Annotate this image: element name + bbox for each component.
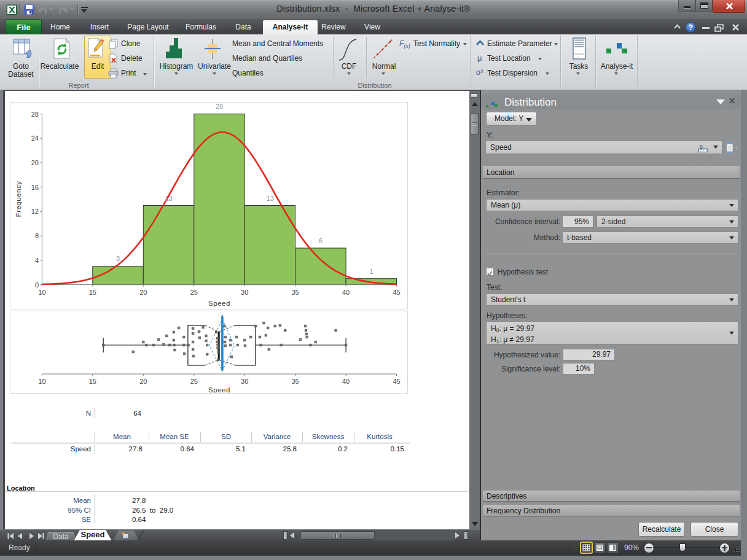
svg-text:15: 15 xyxy=(89,378,96,385)
svg-text:20: 20 xyxy=(139,289,147,296)
svg-text:Speed: Speed xyxy=(208,300,230,307)
svg-text:40: 40 xyxy=(342,378,350,385)
svg-text:15: 15 xyxy=(89,289,96,296)
svg-text:12: 12 xyxy=(31,208,39,215)
svg-text:Frequency: Frequency xyxy=(15,181,22,217)
svg-text:35: 35 xyxy=(291,378,299,385)
svg-text:3: 3 xyxy=(116,255,120,262)
svg-text:13: 13 xyxy=(165,195,172,202)
svg-text:4: 4 xyxy=(35,257,39,264)
svg-text:8: 8 xyxy=(35,232,39,239)
svg-text:10: 10 xyxy=(38,289,45,296)
svg-text:35: 35 xyxy=(291,289,299,296)
svg-text:20: 20 xyxy=(139,378,147,385)
svg-text:24: 24 xyxy=(31,134,39,142)
svg-text:28: 28 xyxy=(216,103,223,110)
svg-text:45: 45 xyxy=(393,378,400,385)
svg-text:30: 30 xyxy=(241,289,248,296)
svg-text:1: 1 xyxy=(370,268,374,275)
svg-text:Speed: Speed xyxy=(208,386,230,393)
svg-text:28: 28 xyxy=(31,111,39,118)
svg-text:40: 40 xyxy=(342,289,350,296)
svg-text:20: 20 xyxy=(31,159,39,166)
svg-text:30: 30 xyxy=(241,378,248,385)
svg-text:13: 13 xyxy=(267,195,274,202)
svg-text:10: 10 xyxy=(38,378,45,385)
svg-text:45: 45 xyxy=(393,289,400,296)
svg-text:0: 0 xyxy=(35,281,39,289)
svg-text:6: 6 xyxy=(319,237,323,244)
svg-text:25: 25 xyxy=(190,378,198,385)
svg-text:16: 16 xyxy=(31,184,39,191)
svg-text:25: 25 xyxy=(190,289,198,296)
